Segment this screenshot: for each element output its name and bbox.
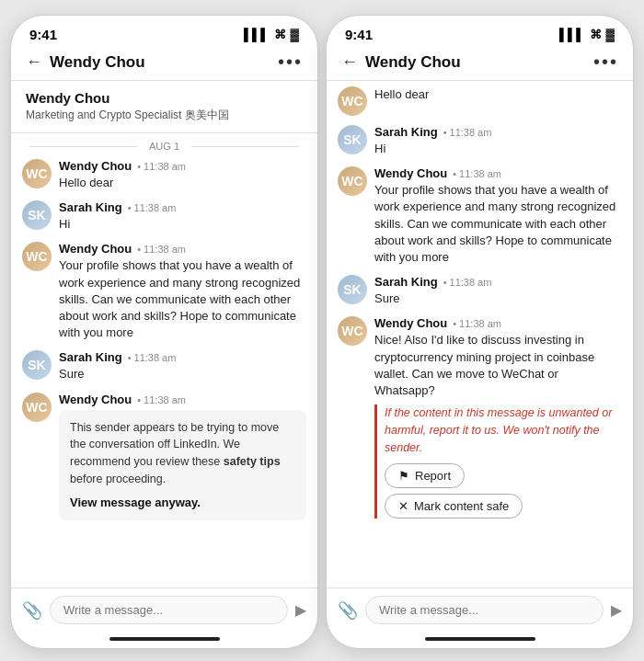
attach-icon-2[interactable]: 📎 [338,600,358,621]
phone-screen-2: 9:41 ▌▌▌ ⌘ ▓ ← Wendy Chou ••• WC Hello d… [326,15,634,649]
sender-name: Wendy Chou [374,166,447,180]
mark-safe-button[interactable]: ✕ Mark content safe [385,494,523,519]
message-content: Sarah King • 11:38 am Hi [374,125,622,157]
table-row: WC Wendy Chou • 11:38 am Your profile sh… [22,242,306,341]
table-row: SK Sarah King • 11:38 am Hi [338,125,622,157]
compose-area-2: 📎 ▶ [327,587,633,632]
avatar: WC [338,166,367,196]
report-button[interactable]: ⚑ Report [385,463,465,488]
avatar: SK [22,350,52,380]
message-time: • 11:38 am [137,244,186,255]
table-row: WC Wendy Chou • 11:38 am Your profile sh… [338,166,622,266]
message-time: • 11:38 am [137,394,186,405]
table-row: WC Hello dear [338,86,622,116]
message-content: Wendy Chou • 11:38 am Your profile shows… [59,242,306,341]
profile-header: Wendy Chou Marketing and Crypto Speciali… [11,81,317,133]
send-button-1[interactable]: ▶ [295,601,306,619]
table-row: SK Sarah King • 11:38 am Sure [22,350,306,382]
compose-input-2[interactable] [365,596,604,624]
message-header: Wendy Chou • 11:38 am [59,393,306,406]
wifi-icon: ⌘ [274,28,286,41]
home-bar-2 [425,637,535,641]
avatar: SK [338,125,367,154]
table-row: SK Sarah King • 11:38 am Sure [338,275,622,307]
sender-name: Sarah King [374,275,438,289]
nav-bar-2: ← Wendy Chou ••• [327,46,633,81]
status-time-1: 9:41 [29,27,57,42]
compose-input-1[interactable] [50,596,288,624]
nav-title-2: Wendy Chou [365,53,586,72]
message-text: Sure [374,291,622,307]
attach-icon-1[interactable]: 📎 [22,600,42,621]
message-header: Sarah King • 11:38 am [59,200,306,214]
signal-icon: ▌▌▌ [244,28,270,41]
send-button-2[interactable]: ▶ [611,601,622,619]
avatar: SK [338,275,367,304]
message-content: Sarah King • 11:38 am Hi [59,200,306,233]
status-bar-2: 9:41 ▌▌▌ ⌘ ▓ [327,16,633,46]
nav-title-1: Wendy Chou [50,53,270,72]
message-header: Wendy Chou • 11:38 am [374,316,622,330]
avatar: WC [22,393,52,422]
avatar: WC [338,86,367,116]
safety-text-2: before proceeding. [70,473,166,485]
phone-screen-1: 9:41 ▌▌▌ ⌘ ▓ ← Wendy Chou ••• Wendy Chou… [10,15,318,649]
warning-text: If the content in this message is unwant… [385,405,622,456]
messages-area-1: AUG 1 WC Wendy Chou • 11:38 am Hello dea… [11,133,317,587]
message-text: Sure [59,366,306,382]
sender-name: Sarah King [59,200,122,214]
nav-bar-1: ← Wendy Chou ••• [11,46,317,81]
message-header: Wendy Chou • 11:38 am [374,166,622,180]
message-header: Sarah King • 11:38 am [374,275,622,289]
table-row: WC Wendy Chou • 11:38 am This sender app… [22,393,306,521]
message-header: Sarah King • 11:38 am [374,125,622,139]
profile-name: Wendy Chou [26,90,303,106]
message-header: Sarah King • 11:38 am [59,350,306,364]
message-text: Hi [374,141,622,157]
back-button-1[interactable]: ← [26,52,42,72]
avatar: WC [22,242,52,271]
avatar: WC [338,316,367,346]
safety-tips-link[interactable]: safety tips [224,455,281,468]
compose-area-1: 📎 ▶ [11,587,317,632]
battery-icon: ▓ [291,28,299,41]
home-bar-1 [109,637,220,641]
message-content: Sarah King • 11:38 am Sure [59,350,306,382]
table-row: WC Wendy Chou • 11:38 am Hello dear [22,159,306,191]
wifi-icon: ⌘ [590,28,602,41]
message-time: • 11:38 am [453,168,501,179]
message-time: • 11:38 am [137,161,186,172]
safety-warning-box: This sender appears to be trying to move… [59,410,306,521]
avatar: WC [22,159,52,188]
status-icons-1: ▌▌▌ ⌘ ▓ [244,28,299,41]
table-row: SK Sarah King • 11:38 am Hi [22,200,306,233]
status-bar-1: 9:41 ▌▌▌ ⌘ ▓ [11,16,317,46]
message-time: • 11:38 am [453,318,501,329]
harmful-content-warning: If the content in this message is unwant… [374,405,622,519]
status-icons-2: ▌▌▌ ⌘ ▓ [559,28,615,41]
message-text: Hello dear [374,86,622,103]
message-content: Sarah King • 11:38 am Sure [374,275,622,307]
message-time: • 11:38 am [128,352,177,363]
sender-name: Sarah King [59,350,122,364]
message-time: • 11:38 am [128,202,177,213]
profile-subtitle: Marketing and Crypto Specialist 奥美中国 [26,108,303,123]
sender-name: Wendy Chou [59,242,132,256]
message-content: Wendy Chou • 11:38 am Nice! Also I'd lik… [374,316,622,519]
status-time-2: 9:41 [345,27,373,42]
sender-name: Wendy Chou [59,159,132,173]
message-text: Hello dear [59,175,306,191]
view-message-button[interactable]: View message anyway. [70,494,295,512]
more-menu-button-2[interactable]: ••• [593,51,618,73]
message-text: Hi [59,216,306,233]
flag-icon: ⚑ [398,469,409,483]
sender-name: Wendy Chou [374,316,447,330]
avatar: SK [22,200,52,230]
message-header: Wendy Chou • 11:38 am [59,159,306,173]
back-button-2[interactable]: ← [341,52,358,72]
message-time: • 11:38 am [443,277,492,288]
more-menu-button-1[interactable]: ••• [278,51,303,73]
table-row: WC Wendy Chou • 11:38 am Nice! Also I'd … [338,316,622,519]
action-buttons: ⚑ Report ✕ Mark content safe [385,463,622,519]
messages-area-2: WC Hello dear SK Sarah King • 11:38 am H… [327,81,633,587]
